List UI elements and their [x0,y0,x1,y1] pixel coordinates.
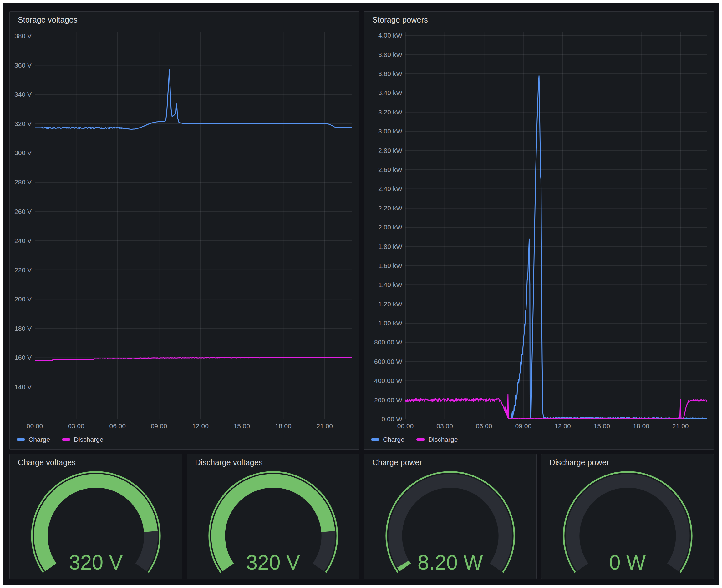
charge-power-value: 8.20 W [364,550,537,574]
y-tick-label: 3.20 kW [378,108,402,116]
panel-storage-voltages: Storage voltages 380 V360 V340 V320 V300… [9,11,359,449]
x-tick-label: 03:00 [428,422,462,430]
x-tick-label: 21:00 [663,422,698,430]
y-tick-label: 1.00 kW [378,319,402,327]
y-tick-label: 300 V [14,149,32,156]
series-charge [35,70,352,129]
chart-canvas [405,31,707,419]
x-tick-label: 15:00 [225,422,259,430]
panel-title-discharge-power[interactable]: Discharge power [549,458,609,467]
y-tick-label: 3.40 kW [378,89,402,97]
y-tick-label: 140 V [14,383,32,391]
y-tick-label: 3.80 kW [378,51,402,59]
panel-title-charge-voltages[interactable]: Charge voltages [18,458,76,467]
series-charge [405,76,707,419]
y-tick-label: 260 V [14,208,32,215]
legend-swatch-icon [62,438,71,441]
y-tick-label: 200.00 W [374,396,402,404]
chart-canvas [35,31,352,419]
discharge-power-value: 0 W [542,550,714,574]
y-tick-label: 320 V [14,120,32,128]
storage-powers-chart: 4.00 kW3.80 kW3.60 kW3.40 kW3.20 kW3.00 … [368,30,708,447]
panel-discharge-voltages: Discharge voltages 320 V [187,454,360,579]
x-tick-label: 18:00 [624,422,659,430]
storage-voltages-x-axis: 00:0003:0006:0009:0012:0015:0018:0021:00 [35,420,352,431]
y-tick-label: 0.00 W [381,416,402,423]
x-tick-label: 06:00 [100,422,135,430]
storage-voltages-plot[interactable] [35,31,352,419]
y-tick-label: 1.20 kW [378,300,402,308]
panel-title-storage-voltages[interactable]: Storage voltages [18,15,78,24]
y-tick-label: 2.80 kW [378,147,402,154]
y-tick-label: 3.60 kW [378,70,402,78]
x-tick-label: 06:00 [467,422,501,430]
y-tick-label: 360 V [14,62,32,69]
legend-label: Charge [28,436,50,443]
storage-powers-x-axis: 00:0003:0006:0009:0012:0015:0018:0021:00 [405,420,707,431]
y-tick-label: 160 V [14,354,32,361]
legend-swatch-icon [416,438,425,441]
x-tick-label: 15:00 [585,422,619,430]
y-tick-label: 800.00 W [374,339,402,346]
x-tick-label: 09:00 [142,422,176,430]
y-tick-label: 2.40 kW [378,185,402,193]
legend-swatch-icon [17,438,25,441]
y-tick-label: 2.00 kW [378,224,402,231]
panel-charge-voltages: Charge voltages 320 V [9,454,182,579]
x-tick-label: 03:00 [59,422,93,430]
legend-item-discharge[interactable]: Discharge [416,436,458,443]
y-tick-label: 3.00 kW [378,128,402,135]
x-tick-label: 12:00 [545,422,580,430]
y-tick-label: 1.40 kW [378,281,402,289]
storage-powers-y-axis: 4.00 kW3.80 kW3.60 kW3.40 kW3.20 kW3.00 … [368,30,405,419]
grafana-dashboard: Storage voltages 380 V360 V340 V320 V300… [2,2,719,585]
storage-voltages-y-axis: 380 V360 V340 V320 V300 V280 V260 V240 V… [14,30,35,419]
panel-discharge-power: Discharge power 0 W [541,454,714,579]
legend-item-discharge[interactable]: Discharge [62,436,103,443]
x-tick-label: 21:00 [307,422,342,430]
y-tick-label: 400.00 W [374,377,402,384]
y-tick-label: 220 V [14,266,32,274]
x-tick-label: 09:00 [506,422,541,430]
panel-grid: Storage voltages 380 V360 V340 V320 V300… [9,11,714,579]
y-tick-label: 2.20 kW [378,205,402,212]
y-tick-label: 340 V [14,91,32,98]
legend-item-charge[interactable]: Charge [371,436,404,443]
panel-storage-powers: Storage powers 4.00 kW3.80 kW3.60 kW3.40… [364,11,714,449]
series-discharge [405,394,707,419]
y-tick-label: 2.60 kW [378,166,402,173]
legend-swatch-icon [371,438,379,441]
legend-label: Discharge [74,436,103,443]
y-tick-label: 200 V [14,295,32,303]
storage-voltages-chart: 380 V360 V340 V320 V300 V280 V260 V240 V… [14,30,354,447]
y-tick-label: 180 V [14,325,32,332]
discharge-voltages-value: 320 V [187,550,359,574]
legend-label: Discharge [428,436,458,443]
y-tick-label: 600.00 W [374,358,402,365]
storage-voltages-legend: ChargeDischarge [17,433,103,446]
panel-title-storage-powers[interactable]: Storage powers [372,15,428,24]
y-tick-label: 240 V [14,237,32,245]
storage-powers-legend: ChargeDischarge [371,433,458,446]
y-tick-label: 4.00 kW [378,31,402,39]
charge-voltages-value: 320 V [10,550,182,574]
x-tick-label: 00:00 [388,422,423,430]
panel-title-discharge-voltages[interactable]: Discharge voltages [195,458,263,467]
legend-item-charge[interactable]: Charge [17,436,50,443]
y-tick-label: 1.60 kW [378,262,402,270]
x-tick-label: 12:00 [183,422,218,430]
x-tick-label: 00:00 [18,422,52,430]
storage-powers-plot[interactable] [405,31,707,419]
y-tick-label: 1.80 kW [378,243,402,250]
y-tick-label: 280 V [14,178,32,186]
y-tick-label: 380 V [14,32,32,40]
legend-label: Charge [383,436,404,443]
panel-charge-power: Charge power 8.20 W [364,454,537,579]
x-tick-label: 18:00 [266,422,300,430]
panel-title-charge-power[interactable]: Charge power [372,458,422,467]
